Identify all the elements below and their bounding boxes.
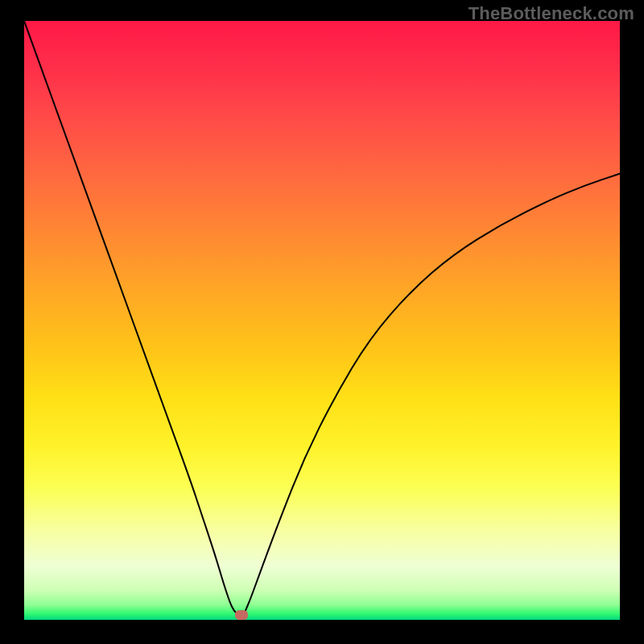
bottleneck-curve bbox=[24, 21, 620, 620]
curve-left-branch bbox=[24, 21, 238, 615]
curve-right-branch bbox=[245, 174, 620, 613]
optimum-marker bbox=[235, 610, 248, 620]
plot-area bbox=[24, 21, 620, 620]
watermark-text: TheBottleneck.com bbox=[469, 3, 634, 24]
